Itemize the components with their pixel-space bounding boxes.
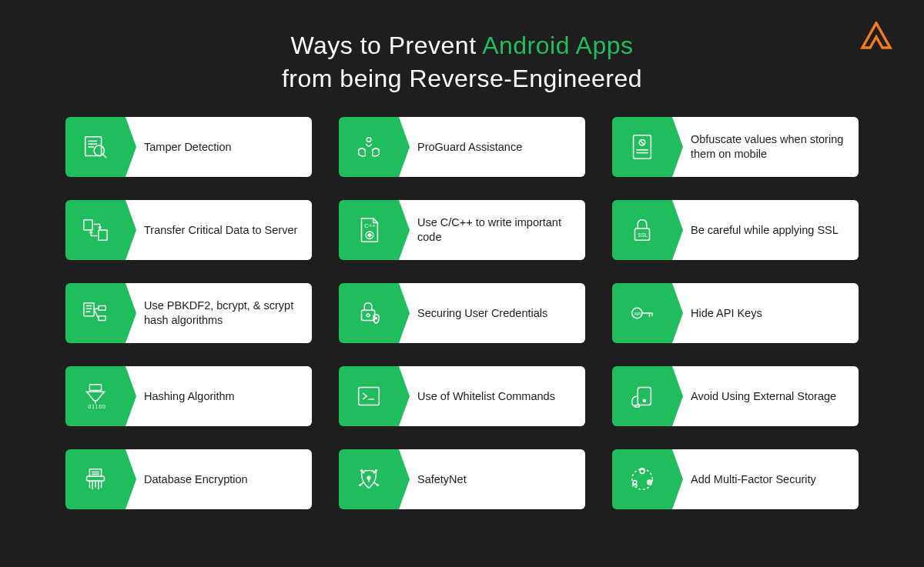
hash-funnel-icon: 01100: [65, 366, 126, 426]
svg-rect-12: [84, 220, 92, 230]
tile-label: Obfuscate values when storing them on mo…: [672, 117, 859, 177]
svg-line-27: [94, 309, 99, 310]
svg-line-5: [103, 155, 107, 158]
svg-point-64: [640, 469, 644, 474]
svg-rect-29: [362, 311, 375, 321]
external-drive-icon: [612, 366, 672, 426]
tile-label: Database Encryption: [126, 449, 312, 509]
svg-point-53: [367, 477, 370, 480]
terminal-icon: [339, 366, 399, 426]
tile-label: Hashing Algorithm: [126, 366, 312, 426]
tile-ssl: SSL Be careful while applying SSL: [612, 200, 859, 260]
search-document-icon: [65, 117, 126, 177]
svg-text:API: API: [634, 312, 642, 316]
tile-label: Securing User Credentials: [399, 283, 585, 343]
brand-logo: [859, 22, 893, 54]
svg-rect-13: [99, 230, 107, 240]
title-accent: Android Apps: [482, 32, 633, 59]
svg-line-62: [374, 482, 378, 485]
shredder-icon: [65, 449, 126, 509]
tile-label: Add Multi-Factor Security: [672, 449, 859, 509]
ssl-lock-icon: SSL: [612, 200, 672, 260]
tile-transfer-server: Transfer Critical Data to Server: [65, 200, 312, 260]
svg-text:C++: C++: [364, 223, 376, 230]
algorithm-icon: [65, 283, 126, 343]
hands-care-icon: [339, 117, 399, 177]
shield-lock-icon: [339, 283, 399, 343]
tile-label: Hide API Keys: [672, 283, 859, 343]
safetynet-icon: [339, 449, 399, 509]
tile-label: Use of Whitelist Commands: [399, 366, 585, 426]
obfuscate-icon: [612, 117, 672, 177]
svg-point-30: [367, 314, 370, 317]
svg-rect-26: [99, 316, 106, 321]
svg-point-65: [633, 481, 637, 485]
svg-point-66: [648, 480, 652, 485]
tile-grid: Tamper Detection ProGuard Assistance Obf…: [0, 117, 924, 509]
cpp-file-icon: C++: [339, 200, 399, 260]
svg-rect-42: [638, 388, 651, 405]
tile-db-encryption: Database Encryption: [65, 449, 312, 509]
tile-api-keys: API Hide API Keys: [612, 283, 859, 343]
tile-label: SafetyNet: [399, 449, 585, 509]
svg-line-9: [640, 141, 644, 145]
svg-rect-25: [99, 306, 106, 311]
svg-point-63: [632, 469, 653, 490]
svg-text:01100: 01100: [89, 405, 106, 410]
tile-label: Be careful while applying SSL: [672, 200, 859, 260]
svg-line-28: [94, 310, 99, 319]
tile-external-storage: Avoid Using External Storage: [612, 366, 859, 426]
api-key-icon: API: [612, 283, 672, 343]
svg-rect-7: [634, 135, 651, 158]
tile-hashing: 01100 Hashing Algorithm: [65, 366, 312, 426]
page-title: Ways to Prevent Android Apps from being …: [0, 0, 924, 117]
svg-rect-0: [85, 137, 102, 156]
tile-proguard: ProGuard Assistance: [339, 117, 585, 177]
svg-point-31: [376, 318, 377, 319]
tile-cpp: C++ Use C/C++ to write important code: [339, 200, 585, 260]
svg-text:SSL: SSL: [638, 232, 648, 238]
svg-rect-37: [89, 385, 101, 391]
tile-label: ProGuard Assistance: [399, 117, 585, 177]
svg-point-67: [649, 482, 651, 483]
server-transfer-icon: [65, 200, 126, 260]
tile-pbkdf2: Use PBKDF2, bcrypt, & scrypt hash algori…: [65, 283, 312, 343]
svg-point-6: [367, 138, 371, 142]
tile-label: Avoid Using External Storage: [672, 366, 859, 426]
tile-obfuscate: Obfuscate values when storing them on mo…: [612, 117, 859, 177]
tile-label: Transfer Critical Data to Server: [126, 200, 312, 260]
tile-label: Use C/C++ to write important code: [399, 200, 585, 260]
tile-label: Use PBKDF2, bcrypt, & scrypt hash algori…: [126, 283, 312, 343]
multifactor-icon: [612, 449, 672, 509]
svg-point-43: [643, 400, 645, 402]
title-part2: from being Reverse-Engineered: [282, 65, 642, 92]
title-part1: Ways to Prevent: [290, 32, 482, 59]
tile-multifactor: Add Multi-Factor Security: [612, 449, 859, 509]
svg-point-4: [94, 145, 104, 155]
svg-rect-21: [84, 303, 94, 316]
tile-tamper-detection: Tamper Detection: [65, 117, 312, 177]
svg-point-18: [369, 235, 371, 237]
svg-line-61: [360, 482, 364, 485]
tile-whitelist: Use of Whitelist Commands: [339, 366, 585, 426]
tile-safetynet: SafetyNet: [339, 449, 585, 509]
svg-rect-47: [87, 477, 105, 482]
tile-user-credentials: Securing User Credentials: [339, 283, 585, 343]
tile-label: Tamper Detection: [126, 117, 312, 177]
svg-rect-40: [359, 388, 380, 405]
